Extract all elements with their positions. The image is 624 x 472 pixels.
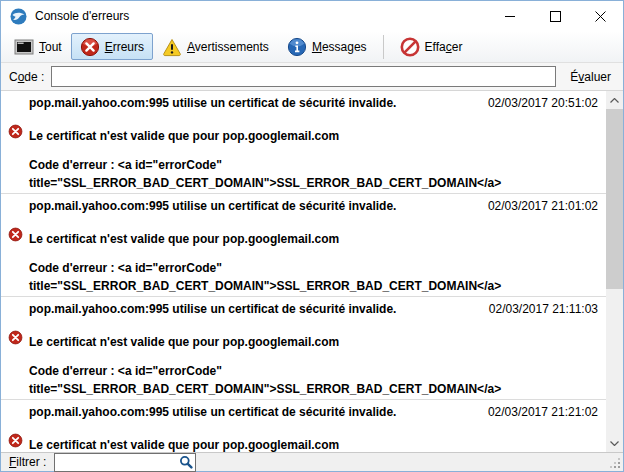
- scroll-down-button[interactable]: [606, 434, 623, 452]
- info-icon: [287, 37, 307, 57]
- error-code-line1: Code d'erreur : <a id="errorCode": [29, 259, 598, 277]
- error-detail: Le certificat n'est valide que pour pop.…: [29, 232, 598, 247]
- error-detail: Le certificat n'est valide que pour pop.…: [29, 335, 598, 350]
- toolbar-button-avertissements[interactable]: Avertissements: [153, 33, 278, 60]
- error-icon: [8, 124, 23, 139]
- error-icon: [8, 330, 23, 345]
- thunderbird-icon: [10, 8, 27, 25]
- error-icon: [80, 37, 100, 57]
- minimize-button[interactable]: [488, 1, 533, 31]
- error-code: Code d'erreur : <a id="errorCode" title=…: [29, 362, 598, 398]
- toolbar-button-label: Tout: [39, 40, 62, 54]
- scrollbar-thumb[interactable]: [606, 109, 623, 289]
- filter-label: Filtrer :: [9, 455, 46, 469]
- error-timestamp: 02/03/2017 21:21:02: [478, 405, 598, 420]
- minimize-icon: [505, 11, 516, 22]
- error-code: Code d'erreur : <a id="errorCode" title=…: [29, 259, 598, 295]
- clear-icon: [400, 37, 420, 57]
- toolbar-button-effacer[interactable]: Effacer: [391, 33, 472, 60]
- vertical-scrollbar[interactable]: [606, 91, 623, 452]
- error-entry: pop.mail.yahoo.com:995 utilise un certif…: [1, 297, 606, 400]
- error-code-line1: Code d'erreur : <a id="errorCode": [29, 156, 598, 174]
- close-icon: [595, 11, 606, 22]
- error-message: pop.mail.yahoo.com:995 utilise un certif…: [29, 405, 478, 420]
- error-icon: [8, 433, 23, 448]
- error-detail: Le certificat n'est valide que pour pop.…: [29, 129, 598, 144]
- code-row: Code : Évaluer: [1, 63, 623, 91]
- error-message: pop.mail.yahoo.com:995 utilise un certif…: [29, 302, 479, 317]
- filter-bar: Filtrer :: [1, 452, 623, 471]
- toolbar-button-label: Messages: [312, 40, 367, 54]
- maximize-button[interactable]: [533, 1, 578, 31]
- toolbar-button-label: Erreurs: [105, 40, 144, 54]
- filter-input[interactable]: [54, 453, 196, 472]
- window-title: Console d'erreurs: [35, 9, 488, 23]
- filter-box: [54, 453, 196, 472]
- error-entry: pop.mail.yahoo.com:995 utilise un certif…: [1, 91, 606, 194]
- titlebar: Console d'erreurs: [1, 1, 623, 31]
- error-timestamp: 02/03/2017 21:01:02: [478, 199, 598, 214]
- window-controls: [488, 1, 623, 31]
- chevron-down-icon: [610, 441, 619, 446]
- chevron-up-icon: [610, 98, 619, 103]
- toolbar-separator: [383, 35, 384, 59]
- error-detail: Le certificat n'est valide que pour pop.…: [29, 438, 598, 452]
- error-code-line2: title="SSL_ERROR_BAD_CERT_DOMAIN">SSL_ER…: [29, 380, 598, 398]
- error-timestamp: 02/03/2017 21:11:03: [479, 302, 598, 317]
- close-button[interactable]: [578, 1, 623, 31]
- maximize-icon: [550, 11, 561, 22]
- toolbar-button-erreurs[interactable]: Erreurs: [71, 33, 153, 60]
- toolbar-button-tout[interactable]: Tout: [5, 33, 71, 60]
- evaluate-button[interactable]: Évaluer: [566, 70, 615, 84]
- error-code-line1: Code d'erreur : <a id="errorCode": [29, 362, 598, 380]
- code-input[interactable]: [51, 66, 556, 87]
- error-entry: pop.mail.yahoo.com:995 utilise un certif…: [1, 400, 606, 452]
- warning-icon: [162, 37, 182, 57]
- toolbar: Tout Erreurs Avertissements: [1, 31, 623, 63]
- toolbar-button-messages[interactable]: Messages: [278, 33, 376, 60]
- error-console-window: Console d'erreurs Tout: [0, 0, 624, 472]
- error-entry: pop.mail.yahoo.com:995 utilise un certif…: [1, 194, 606, 297]
- error-timestamp: 02/03/2017 20:51:02: [478, 96, 598, 111]
- error-list: pop.mail.yahoo.com:995 utilise un certif…: [1, 91, 606, 452]
- scrollbar-track[interactable]: [606, 109, 623, 434]
- toolbar-button-label: Effacer: [425, 40, 463, 54]
- toolbar-button-label: Avertissements: [187, 40, 269, 54]
- error-code: Code d'erreur : <a id="errorCode" title=…: [29, 156, 598, 192]
- search-icon: [179, 455, 193, 469]
- error-icon: [8, 227, 23, 242]
- scroll-up-button[interactable]: [606, 91, 623, 109]
- error-code-line2: title="SSL_ERROR_BAD_CERT_DOMAIN">SSL_ER…: [29, 174, 598, 192]
- error-message: pop.mail.yahoo.com:995 utilise un certif…: [29, 96, 478, 111]
- error-message: pop.mail.yahoo.com:995 utilise un certif…: [29, 199, 478, 214]
- code-label: Code :: [9, 70, 44, 84]
- error-code-line2: title="SSL_ERROR_BAD_CERT_DOMAIN">SSL_ER…: [29, 277, 598, 295]
- error-list-wrap: pop.mail.yahoo.com:995 utilise un certif…: [1, 91, 623, 452]
- console-icon: [14, 37, 34, 57]
- resize-grip[interactable]: [610, 458, 621, 469]
